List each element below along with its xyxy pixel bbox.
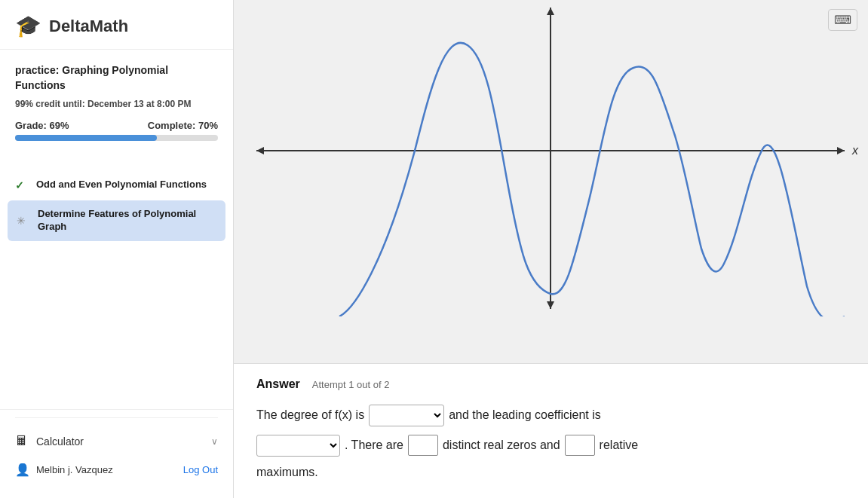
sidebar-bottom: 🖩 Calculator ∨ 👤 Melbin j. Vazquez Log O… (0, 409, 233, 498)
credit-deadline: December 13 at 8:00 PM (87, 99, 191, 109)
sentence-part5: relative (600, 433, 639, 457)
chevron-down-icon: ∨ (211, 436, 218, 447)
sidebar: 🎓 DeltaMath practice: Graphing Polynomia… (0, 0, 234, 498)
star-icon: ✳ (17, 215, 29, 227)
calculator-left: 🖩 Calculator (15, 433, 84, 449)
graph-area: x ⌨ (234, 0, 868, 363)
sentence-part6: maximums. (256, 466, 318, 478)
credit-info: 99% credit until: December 13 at 8:00 PM (15, 97, 218, 111)
credit-label: 99% credit until: (15, 99, 85, 109)
progress-bar-fill (15, 135, 157, 141)
nav-label-odd-even: Odd and Even Polynomial Functions (36, 179, 207, 191)
sentence-part4: distinct real zeros and (443, 433, 560, 457)
answer-row1: The degree of f(x) is 2 3 4 5 6 7 8 and … (256, 403, 845, 427)
practice-title: practice: Graphing Polynomial Functions (15, 63, 218, 93)
maximums-count-input[interactable] (565, 435, 595, 456)
main-content: x ⌨ Answer Attempt 1 out of 2 The degree… (234, 0, 868, 498)
answer-row2: positive negative . There are distinct r… (256, 433, 845, 457)
nav-item-determine-features[interactable]: ✳ Determine Features of Polynomial Graph (8, 200, 225, 241)
sidebar-logo: 🎓 DeltaMath (0, 0, 233, 50)
grade-value: 69% (50, 120, 69, 131)
sentence-part2: and the leading coefficient is (449, 403, 601, 427)
calculator-icon: 🖩 (15, 433, 29, 449)
answer-header: Answer Attempt 1 out of 2 (256, 377, 845, 391)
degree-dropdown[interactable]: 2 3 4 5 6 7 8 (369, 405, 444, 426)
keyboard-button[interactable]: ⌨ (828, 9, 857, 31)
user-left: 👤 Melbin j. Vazquez (15, 463, 113, 477)
user-icon: 👤 (15, 463, 30, 477)
grade-text: Grade: 69% (15, 120, 69, 131)
check-icon: ✓ (15, 179, 27, 191)
complete-value: 70% (198, 120, 218, 131)
sentence-part3: . There are (345, 433, 403, 457)
answer-row3: maximums. (256, 460, 845, 484)
progress-bar-container (15, 135, 218, 141)
nav-item-odd-even[interactable]: ✓ Odd and Even Polynomial Functions (0, 171, 233, 199)
divider (15, 417, 218, 418)
progress-section: Grade: 69% Complete: 70% (15, 120, 218, 131)
logo-icon: 🎓 (15, 14, 41, 38)
calculator-label: Calculator (36, 435, 84, 448)
attempt-text: Attempt 1 out of 2 (312, 379, 390, 390)
sidebar-info: practice: Graphing Polynomial Functions … (0, 50, 233, 163)
user-row: 👤 Melbin j. Vazquez Log Out (15, 457, 218, 483)
answer-body: The degree of f(x) is 2 3 4 5 6 7 8 and … (256, 403, 845, 484)
logo-text: DeltaMath (49, 17, 128, 36)
calculator-row[interactable]: 🖩 Calculator ∨ (15, 426, 218, 457)
zeros-input[interactable] (408, 435, 438, 456)
answer-label: Answer (256, 377, 300, 391)
grade-label: Grade: (15, 120, 47, 131)
logout-link[interactable]: Log Out (183, 464, 218, 475)
sidebar-nav: ✓ Odd and Even Polynomial Functions ✳ De… (0, 163, 233, 409)
nav-label-determine-features: Determine Features of Polynomial Graph (38, 208, 216, 234)
polynomial-graph: x (234, 0, 868, 316)
leading-coeff-dropdown[interactable]: positive negative (256, 435, 340, 457)
svg-text:x: x (851, 144, 859, 157)
complete-text: Complete: 70% (148, 120, 218, 131)
user-name: Melbin j. Vazquez (36, 464, 113, 475)
answer-section: Answer Attempt 1 out of 2 The degree of … (234, 363, 868, 498)
sentence-part1: The degree of f(x) is (256, 403, 364, 427)
complete-label: Complete: (148, 120, 196, 131)
